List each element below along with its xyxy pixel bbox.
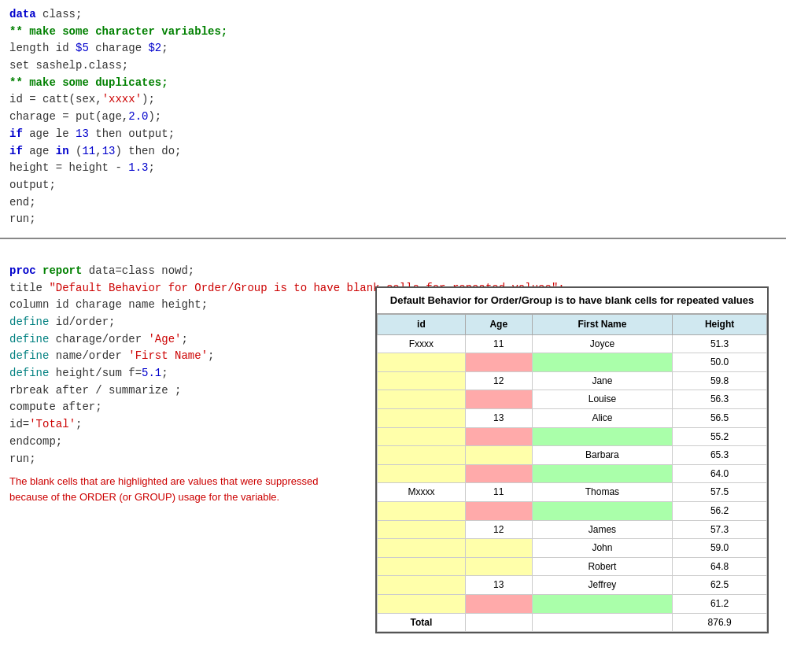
table-cell	[465, 464, 532, 483]
table-row: Fxxxx11Joyce51.3	[378, 334, 767, 353]
table-cell	[532, 594, 673, 613]
table-cell: Barbara	[532, 446, 673, 465]
table-cell: Robert	[532, 557, 673, 576]
table-cell	[465, 390, 532, 409]
table-row: Louise56.3	[378, 390, 767, 409]
table-cell: 56.3	[673, 390, 767, 409]
table-title: Default Behavior for Order/Group is to h…	[377, 288, 767, 314]
table-row: 64.0	[378, 464, 767, 483]
table-cell: Thomas	[532, 483, 673, 502]
table-row: 12Jane59.8	[378, 371, 767, 390]
code-line: proc report data=class nowd;	[9, 263, 769, 280]
table-cell	[532, 613, 673, 632]
table-cell	[378, 576, 466, 595]
table-cell: 11	[465, 483, 532, 502]
table-cell	[465, 502, 532, 521]
table-row: 55.2	[378, 427, 767, 446]
code-line: charage = put(age,2.0);	[9, 109, 777, 126]
table-body: Fxxxx11Joyce51.350.012Jane59.8Louise56.3…	[378, 334, 767, 632]
table-cell	[378, 520, 466, 539]
table-cell: 11	[465, 334, 532, 353]
table-cell: Jane	[532, 371, 673, 390]
table-cell: 65.3	[673, 446, 767, 465]
table-cell: 62.5	[673, 576, 767, 595]
table-cell	[465, 557, 532, 576]
table-cell	[378, 446, 466, 465]
table-cell	[465, 594, 532, 613]
table-cell: 56.5	[673, 409, 767, 428]
top-code-block: data class; ** make some character varia…	[9, 6, 777, 228]
code-line: set sashelp.class;	[9, 57, 777, 75]
table-cell	[465, 353, 532, 372]
code-line: data class;	[9, 6, 777, 24]
table-cell: Joyce	[532, 334, 673, 353]
table-cell	[378, 390, 466, 409]
table-cell	[532, 502, 673, 521]
table-header-cell: First Name	[532, 315, 673, 335]
table-cell	[378, 371, 466, 390]
table-row: Mxxxx11Thomas57.5	[378, 483, 767, 502]
table-header-row: idAgeFirst NameHeight	[378, 315, 767, 335]
code-line: ** make some character variables;	[9, 24, 777, 41]
code-line: ** make some duplicates;	[9, 75, 777, 92]
table-cell	[378, 409, 466, 428]
code-line: id = catt(sex,'xxxx');	[9, 91, 777, 109]
table-panel: Default Behavior for Order/Group is to h…	[375, 286, 769, 633]
table-cell: 59.0	[673, 539, 767, 558]
table-cell: 51.3	[673, 334, 767, 353]
table-header-cell: id	[378, 315, 466, 335]
code-line: output;	[9, 177, 777, 194]
spacer	[0, 239, 786, 253]
table-cell: Fxxxx	[378, 334, 466, 353]
table-cell: 13	[465, 576, 532, 595]
table-row: 13Jeffrey62.5	[378, 576, 767, 595]
table-cell: 57.5	[673, 483, 767, 502]
table-cell	[378, 557, 466, 576]
table-cell	[465, 427, 532, 446]
table-cell	[532, 464, 673, 483]
table-cell: 64.8	[673, 557, 767, 576]
table-header-cell: Height	[673, 315, 767, 335]
table-cell: John	[532, 539, 673, 558]
table-row: 61.2	[378, 594, 767, 613]
table-cell: Louise	[532, 390, 673, 409]
table-cell: 56.2	[673, 502, 767, 521]
table-cell	[378, 353, 466, 372]
table-cell: 64.0	[673, 464, 767, 483]
table-row: John59.0	[378, 539, 767, 558]
table-cell: Total	[378, 613, 466, 632]
data-table: idAgeFirst NameHeight Fxxxx11Joyce51.350…	[377, 314, 767, 632]
code-line: height = height - 1.3;	[9, 160, 777, 177]
table-cell: James	[532, 520, 673, 539]
table-cell: 876.9	[673, 613, 767, 632]
table-cell	[378, 464, 466, 483]
table-cell: 13	[465, 409, 532, 428]
table-cell	[465, 613, 532, 632]
table-row: 56.2	[378, 502, 767, 521]
table-cell: 50.0	[673, 353, 767, 372]
bottom-content: proc report data=class nowd; title "Defa…	[9, 263, 777, 504]
table-cell	[465, 539, 532, 558]
table-cell: 57.3	[673, 520, 767, 539]
code-line: if age le 13 then output;	[9, 126, 777, 143]
table-cell	[378, 539, 466, 558]
table-cell	[378, 594, 466, 613]
table-cell: 61.2	[673, 594, 767, 613]
table-cell: Mxxxx	[378, 483, 466, 502]
code-line: if age in (11,13) then do;	[9, 143, 777, 161]
bottom-code-section: proc report data=class nowd; title "Defa…	[0, 253, 786, 511]
top-code-section: data class; ** make some character varia…	[0, 0, 786, 239]
table-row: 12James57.3	[378, 520, 767, 539]
table-cell: Jeffrey	[532, 576, 673, 595]
table-cell: 12	[465, 371, 532, 390]
table-cell	[378, 502, 466, 521]
table-cell: 55.2	[673, 427, 767, 446]
table-cell: 12	[465, 520, 532, 539]
table-cell	[378, 427, 466, 446]
code-line: length id $5 charage $2;	[9, 40, 777, 57]
table-header-cell: Age	[465, 315, 532, 335]
table-cell	[465, 446, 532, 465]
table-row: Total876.9	[378, 613, 767, 632]
table-cell: Alice	[532, 409, 673, 428]
table-cell	[532, 353, 673, 372]
